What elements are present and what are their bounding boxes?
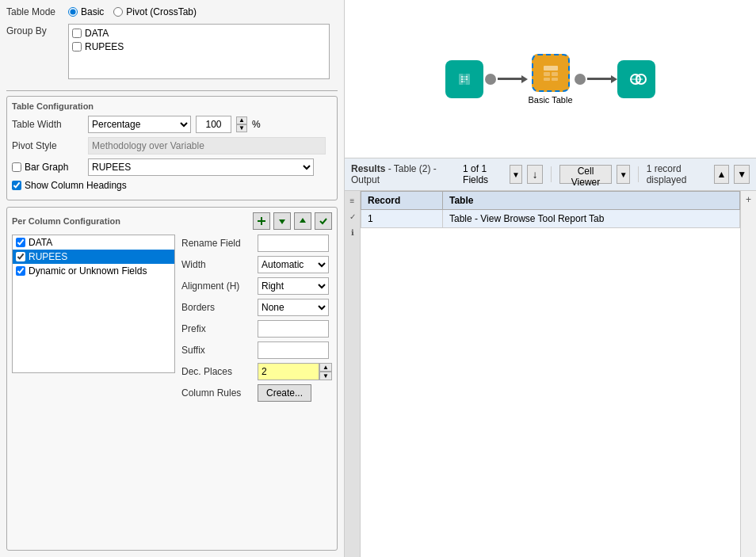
right-panel: Basic Table	[345, 0, 756, 557]
per-col-section: Per Column Configuration	[6, 207, 338, 551]
borders-label: Borders	[181, 302, 253, 313]
field-rupees-checkbox[interactable]	[16, 252, 25, 261]
cell-viewer-btn[interactable]: Cell Viewer	[559, 165, 613, 184]
width-down-btn[interactable]: ▼	[236, 124, 247, 132]
field-rupees-label: RUPEES	[29, 251, 67, 262]
results-controls: 1 of 1 Fields ▼ ↓ Cell Viewer ▼ 1 record…	[463, 163, 750, 185]
field-item-rupees[interactable]: RUPEES	[13, 250, 174, 264]
wf-arrow-1	[498, 78, 521, 80]
svg-rect-13	[552, 72, 558, 76]
sidebar-check-icon[interactable]: ✓	[346, 210, 359, 223]
wf-node-book	[445, 60, 483, 98]
radio-pivot-input[interactable]	[113, 7, 123, 17]
wf-line-1	[483, 74, 528, 85]
wf-arrowhead-2	[611, 75, 617, 83]
results-table: Record Table 1 Table - View Browse Tool …	[361, 191, 740, 228]
rename-input[interactable]	[258, 235, 329, 252]
borders-select[interactable]: None All Outside	[258, 299, 329, 316]
suffix-input[interactable]	[258, 341, 329, 359]
pivot-style-row: Pivot Style	[12, 137, 332, 155]
group-by-row: Group By DATA RUPEES	[6, 24, 338, 79]
col-header-record: Record	[361, 192, 443, 210]
show-col-checkbox[interactable]	[12, 181, 21, 190]
radio-basic-label: Basic	[81, 6, 104, 17]
group-by-rupees-checkbox[interactable]	[72, 42, 82, 52]
wf-line-2	[573, 74, 617, 85]
width-up-btn[interactable]: ▲	[236, 116, 247, 124]
cell-record-1: 1	[361, 210, 443, 228]
cell-viewer-dropdown-btn[interactable]: ▼	[617, 165, 629, 184]
svg-rect-14	[544, 78, 550, 81]
group-by-label: Group By	[6, 24, 62, 36]
table-width-spinner: ▲ ▼	[236, 116, 247, 132]
show-col-text: Show Column Headings	[25, 180, 127, 191]
alignment-select[interactable]: Right Left Center	[258, 277, 329, 295]
group-by-section: Group By DATA RUPEES	[6, 24, 338, 79]
svg-rect-9	[463, 71, 466, 87]
field-data-checkbox[interactable]	[16, 238, 25, 247]
per-col-add-btn[interactable]	[253, 212, 270, 230]
create-btn[interactable]: Create...	[258, 384, 311, 402]
nav-up-btn[interactable]: ▲	[714, 165, 730, 184]
dec-spinner: ▲ ▼	[319, 363, 332, 380]
browse-icon	[617, 60, 655, 98]
bar-graph-row: Bar Graph RUPEES DATA	[12, 158, 332, 176]
wf-arrowhead-1	[521, 75, 528, 83]
field-item-dynamic[interactable]: Dynamic or Unknown Fields	[13, 264, 174, 278]
field-dynamic-label: Dynamic or Unknown Fields	[29, 265, 147, 277]
show-col-label[interactable]: Show Column Headings	[12, 180, 127, 191]
bar-graph-checkbox[interactable]	[12, 162, 21, 172]
table-config-title: Table Configuration	[12, 101, 332, 111]
table-config-section: Table Configuration Table Width Percenta…	[6, 96, 338, 200]
radio-basic-input[interactable]	[68, 7, 78, 17]
field-list: DATA RUPEES Dynamic or Unknown Fields	[12, 235, 175, 373]
alignment-row: Alignment (H) Right Left Center	[181, 277, 332, 295]
workflow-nodes: Basic Table	[445, 54, 655, 105]
field-dynamic-checkbox[interactable]	[16, 266, 25, 276]
dec-places-input[interactable]	[258, 363, 319, 380]
alignment-label: Alignment (H)	[181, 280, 253, 292]
radio-pivot[interactable]: Pivot (CrossTab)	[113, 6, 197, 17]
radio-basic[interactable]: Basic	[68, 6, 104, 17]
svg-marker-3	[300, 218, 306, 223]
table-width-input[interactable]	[196, 116, 231, 133]
dec-places-control: ▲ ▼	[258, 363, 332, 380]
width-row: Width Automatic Fixed	[181, 256, 332, 273]
field-item-data[interactable]: DATA	[13, 235, 174, 250]
book-icon	[445, 60, 483, 98]
group-by-checkboxes: DATA RUPEES	[69, 25, 329, 55]
nav-down-btn[interactable]: ▼	[734, 165, 750, 184]
fields-dropdown-btn[interactable]: ▼	[510, 165, 522, 184]
table-width-unit: %	[252, 119, 261, 130]
width-select[interactable]: Automatic Fixed	[258, 256, 329, 273]
prefix-input[interactable]	[258, 320, 329, 338]
fields-down-btn[interactable]: ↓	[527, 165, 543, 184]
wf-node-table: Basic Table	[528, 54, 572, 105]
fields-label: 1 of 1 Fields	[463, 163, 505, 185]
add-col-btn[interactable]: +	[740, 191, 756, 557]
field-config: Rename Field Width Automatic Fixed Align…	[181, 235, 332, 402]
table-width-select[interactable]: Percentage Pixels Auto	[88, 116, 191, 133]
sidebar-info-icon[interactable]: ℹ	[346, 226, 359, 238]
show-col-row: Show Column Headings	[12, 180, 332, 191]
group-by-rupees-label: RUPEES	[85, 41, 124, 52]
bar-graph-select[interactable]: RUPEES DATA	[88, 158, 314, 176]
group-by-rupees[interactable]: RUPEES	[72, 41, 326, 52]
dec-up-btn[interactable]: ▲	[319, 363, 332, 372]
table-row: 1 Table - View Browse Tool Report Tab	[361, 210, 740, 228]
group-by-data-checkbox[interactable]	[72, 29, 82, 38]
dec-down-btn[interactable]: ▼	[319, 372, 332, 380]
table-width-label: Table Width	[12, 119, 83, 130]
column-rules-row: Column Rules Create...	[181, 384, 332, 402]
radio-group: Basic Pivot (CrossTab)	[68, 6, 197, 17]
sidebar-lines-icon[interactable]: ≡	[346, 194, 359, 207]
group-by-data[interactable]: DATA	[72, 28, 326, 39]
bar-graph-label[interactable]: Bar Graph	[12, 162, 83, 173]
per-col-up-btn[interactable]	[294, 212, 311, 230]
svg-rect-1	[261, 217, 262, 225]
dec-places-row: Dec. Places ▲ ▼	[181, 363, 332, 380]
per-col-down-btn[interactable]	[273, 212, 291, 230]
per-col-check-btn[interactable]	[315, 212, 332, 230]
suffix-label: Suffix	[181, 345, 253, 356]
prefix-row: Prefix	[181, 320, 332, 338]
